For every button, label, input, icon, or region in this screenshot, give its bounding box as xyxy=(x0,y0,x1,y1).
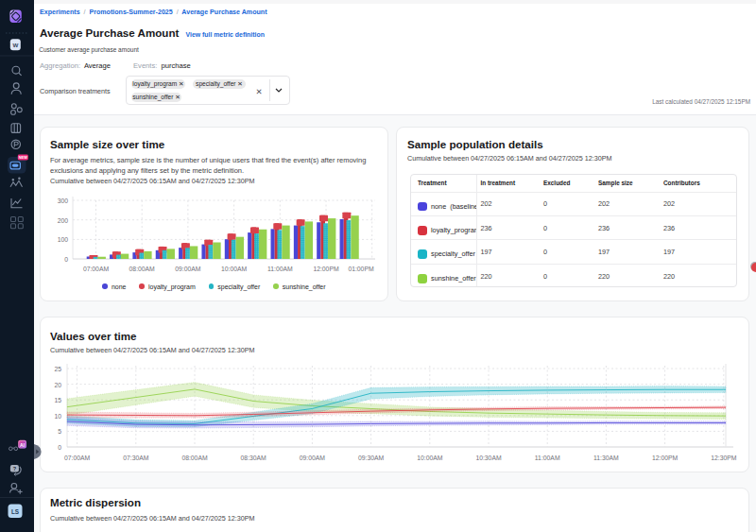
svg-text:0: 0 xyxy=(58,444,61,451)
svg-text:NEW: NEW xyxy=(19,156,27,160)
svg-text:0: 0 xyxy=(64,256,68,263)
svg-text:300: 300 xyxy=(58,197,69,204)
svg-text:?: ? xyxy=(13,466,17,472)
svg-text:11:30AM: 11:30AM xyxy=(593,455,619,461)
svg-text:08:00AM: 08:00AM xyxy=(181,455,208,461)
svg-text:11:00AM: 11:00AM xyxy=(267,266,293,272)
svg-text:20: 20 xyxy=(54,382,61,388)
svg-text:09:30AM: 09:30AM xyxy=(358,455,385,461)
svg-text:07:00AM: 07:00AM xyxy=(83,266,110,272)
svg-text:12:00PM: 12:00PM xyxy=(652,455,679,461)
svg-text:12:00PM: 12:00PM xyxy=(313,266,339,272)
svg-text:15: 15 xyxy=(54,397,61,403)
svg-text:10:30AM: 10:30AM xyxy=(475,455,502,461)
svg-text:07:30AM: 07:30AM xyxy=(123,455,149,461)
svg-text:01:00PM: 01:00PM xyxy=(348,266,374,272)
svg-text:5: 5 xyxy=(58,428,61,435)
svg-text:10:00AM: 10:00AM xyxy=(417,455,443,461)
svg-text:100: 100 xyxy=(58,236,69,243)
svg-text:W: W xyxy=(12,42,18,48)
svg-text:09:00AM: 09:00AM xyxy=(300,455,326,461)
svg-text:10: 10 xyxy=(54,413,61,420)
svg-text:07:00AM: 07:00AM xyxy=(64,455,91,461)
svg-text:10:00AM: 10:00AM xyxy=(221,266,248,272)
svg-text:200: 200 xyxy=(58,217,69,224)
svg-text:LS: LS xyxy=(11,508,20,515)
svg-text:08:30AM: 08:30AM xyxy=(241,455,267,461)
svg-text:08:00AM: 08:00AM xyxy=(129,266,156,272)
svg-text:12:30PM: 12:30PM xyxy=(711,455,737,461)
svg-text:11:00AM: 11:00AM xyxy=(535,455,560,461)
svg-text:AI: AI xyxy=(20,442,26,448)
svg-text:09:00AM: 09:00AM xyxy=(175,266,201,272)
svg-text:25: 25 xyxy=(54,366,61,372)
